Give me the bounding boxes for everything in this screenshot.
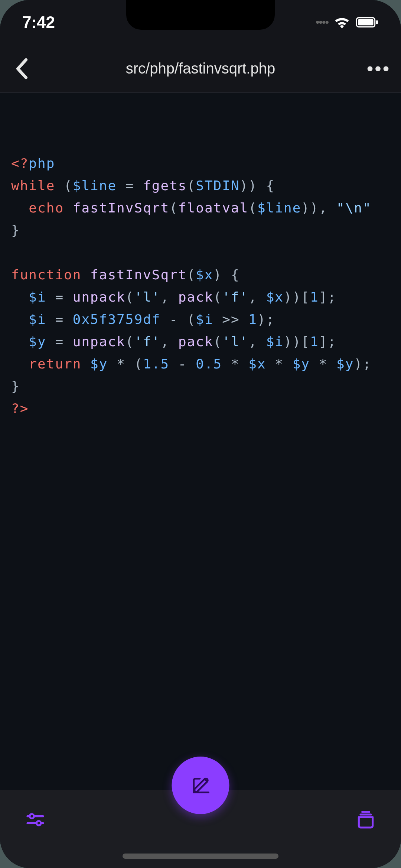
device-notch: [126, 0, 275, 30]
code-token: ))[: [284, 289, 310, 305]
code-token: 1: [310, 334, 319, 349]
code-token: *: [310, 356, 336, 371]
code-token: pack: [178, 334, 213, 349]
code-token: (: [213, 289, 222, 305]
code-token: ) {: [213, 267, 240, 282]
code-token: );: [257, 312, 275, 327]
edit-icon: [190, 775, 211, 796]
code-token: (: [169, 200, 178, 215]
code-token: - (: [161, 312, 196, 327]
code-token: =: [46, 312, 73, 327]
code-token: * (: [108, 356, 143, 371]
code-token: [81, 267, 90, 282]
code-token: (: [213, 334, 222, 349]
code-token: 0x5f3759df: [73, 312, 161, 327]
svg-rect-2: [376, 20, 378, 24]
code-token: 'f': [134, 334, 160, 349]
stack-icon: [355, 809, 376, 830]
code-token: "\n": [336, 200, 372, 215]
code-token: $y: [293, 356, 310, 371]
svg-point-7: [37, 821, 41, 826]
code-token: function: [11, 267, 81, 282]
more-options-button[interactable]: •••: [368, 58, 390, 80]
code-token: [11, 356, 29, 371]
code-token: =: [46, 289, 73, 305]
code-token: $i: [266, 334, 284, 349]
battery-icon: [356, 17, 379, 28]
code-token: ,: [248, 289, 266, 305]
code-token: 'l': [134, 289, 160, 305]
code-token: -: [169, 356, 196, 371]
code-token: fastInvSqrt: [90, 267, 187, 282]
code-token: $line: [257, 200, 301, 215]
code-token: >>: [213, 312, 249, 327]
code-token: (: [248, 200, 257, 215]
code-token: 1: [248, 312, 257, 327]
code-token: STDIN: [196, 178, 239, 193]
code-token: 1.5: [143, 356, 169, 371]
back-button[interactable]: [11, 58, 33, 80]
code-token: 0.5: [196, 356, 222, 371]
code-token: unpack: [73, 334, 125, 349]
code-token: ))[: [284, 334, 310, 349]
wifi-icon: [334, 16, 350, 29]
code-token: (: [55, 178, 72, 193]
code-token: =: [46, 334, 73, 349]
code-token: *: [266, 356, 293, 371]
code-token: floatval: [178, 200, 248, 215]
code-token: =: [117, 178, 143, 193]
sliders-icon: [25, 809, 46, 830]
files-button[interactable]: [353, 807, 379, 833]
code-token: ];: [319, 289, 336, 305]
carrier-dots: ••••: [316, 16, 328, 29]
code-token: 'l': [222, 334, 248, 349]
svg-rect-1: [358, 19, 373, 26]
code-token: ,: [161, 289, 178, 305]
code-token: );: [354, 356, 371, 371]
code-token: *: [222, 356, 248, 371]
code-token: $i: [29, 312, 46, 327]
code-token: $y: [90, 356, 108, 371]
code-token: )) {: [240, 178, 275, 193]
home-indicator[interactable]: [123, 854, 278, 859]
code-token: $line: [73, 178, 117, 193]
code-token: return: [29, 356, 81, 371]
status-indicators: ••••: [316, 16, 379, 29]
code-editor[interactable]: <?php while ($line = fgets(STDIN)) { ech…: [0, 93, 401, 868]
navigation-bar: src/php/fastinvsqrt.php •••: [0, 45, 401, 93]
code-token: 1: [310, 289, 319, 305]
code-token: fgets: [143, 178, 187, 193]
code-token: ?>: [11, 401, 29, 416]
code-token: (: [187, 267, 196, 282]
chevron-left-icon: [15, 58, 30, 80]
code-token: (: [187, 178, 196, 193]
code-token: $i: [29, 289, 46, 305]
code-token: $x: [266, 289, 284, 305]
edit-fab-button[interactable]: [172, 757, 229, 814]
code-token: $y: [336, 356, 354, 371]
code-token: ,: [161, 334, 178, 349]
device-screen: 7:42 •••• src/php/fastinvsqrt.php ••• <?…: [0, 0, 401, 868]
code-token: [11, 312, 29, 327]
code-token: (: [125, 334, 134, 349]
code-token: }: [11, 222, 20, 238]
code-token: (: [125, 289, 134, 305]
code-token: <?: [11, 156, 29, 171]
code-token: pack: [178, 289, 213, 305]
code-token: $x: [196, 267, 213, 282]
code-token: $i: [196, 312, 213, 327]
file-path-title: src/php/fastinvsqrt.php: [126, 60, 275, 77]
code-token: while: [11, 178, 55, 193]
code-token: }: [11, 378, 20, 394]
code-token: )),: [301, 200, 336, 215]
svg-point-6: [30, 814, 34, 819]
code-token: [11, 289, 29, 305]
code-token: ];: [319, 334, 336, 349]
code-token: [64, 200, 73, 215]
code-token: fastInvSqrt: [73, 200, 169, 215]
settings-button[interactable]: [22, 807, 48, 833]
code-token: ,: [248, 334, 266, 349]
code-token: php: [29, 156, 55, 171]
code-token: 'f': [222, 289, 248, 305]
code-token: [81, 356, 90, 371]
